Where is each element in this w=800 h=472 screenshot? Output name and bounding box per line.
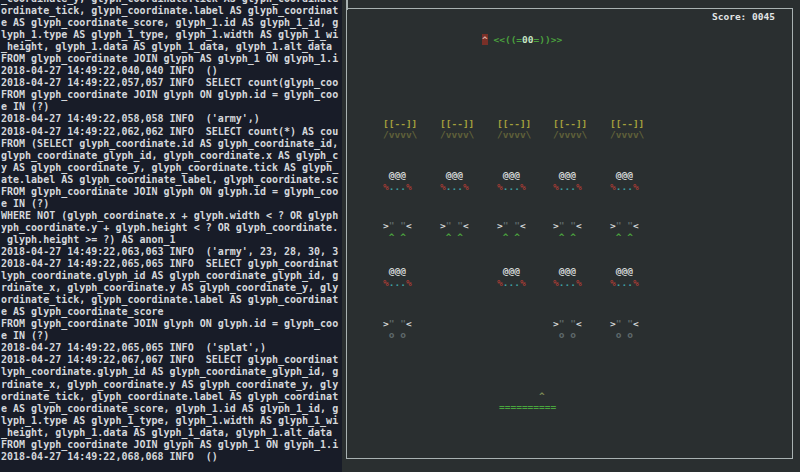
log-line: lyph_1.type AS glyph_1_type, glyph_1.wid… <box>1 29 342 41</box>
log-line: 2018-04-27 14:49:22,063,063 INFO ('army'… <box>1 246 342 258</box>
log-line: rdinate_x, glyph_coordinate.y AS glyph_c… <box>1 282 342 294</box>
enemy-enemy1: [[--]]/vvvv\ <box>610 119 644 141</box>
log-line: lyph_coordinate.glyph_id AS glyph_coordi… <box>1 270 342 282</box>
log-line: FROM glyph_coordinate JOIN glyph ON glyp… <box>1 318 342 330</box>
log-line: ate.label AS glyph_coordinate_label, gly… <box>1 174 342 186</box>
log-line: e IN (?) <box>1 330 342 342</box>
log-line: ordinate_tick, glyph_coordinate.label AS… <box>1 391 342 403</box>
log-line: 2018-04-27 14:49:22,062,062 INFO SELECT … <box>1 126 342 138</box>
log-line: 2018-04-27 14:49:22,067,067 INFO SELECT … <box>1 354 342 366</box>
score-label: Score: 0045 <box>712 11 775 22</box>
log-line: 2018-04-27 14:49:22,065,065 INFO ('splat… <box>1 342 342 354</box>
log-line: e IN (?) <box>1 198 342 210</box>
enemy-enemy2: @@@%...% <box>553 267 582 289</box>
saucer: <<((= <box>493 34 522 45</box>
enemy-enemy1: [[--]]/vvvv\ <box>440 119 474 141</box>
screen: _coordinate_y, glyph_coordinate.tick AS … <box>0 0 800 472</box>
log-line: glyph_coordinate_glyph_id, glyph_coordin… <box>1 150 342 162</box>
saucer-right: =))>> <box>534 34 563 45</box>
log-line: lyph_coordinate.glyph_id AS glyph_coordi… <box>1 366 342 378</box>
saucer-row: ^ <<((=00=))>> <box>482 35 562 46</box>
enemy-enemy3b: >" "< o o <box>610 319 639 341</box>
enemy-enemy2: @@@%...% <box>497 267 526 289</box>
log-line: FROM (SELECT glyph_coordinate.id AS glyp… <box>1 138 342 150</box>
log-line: FROM glyph_coordinate JOIN glyph AS glyp… <box>1 53 342 65</box>
enemy-enemy1: [[--]]/vvvv\ <box>497 119 531 141</box>
sql-log-terminal[interactable]: _coordinate_y, glyph_coordinate.tick AS … <box>0 0 342 472</box>
player-ship: ^========== <box>499 391 556 413</box>
log-line: FROM glyph_coordinate JOIN glyph ON glyp… <box>1 186 342 198</box>
log-line: e AS glyph_coordinate_score <box>1 306 342 318</box>
log-line: WHERE NOT (glyph_coordinate.x + glyph.wi… <box>1 210 342 222</box>
log-line: e AS glyph_coordinate_score, glyph_1.id … <box>1 17 342 29</box>
log-line: lyph_1.type AS glyph_1_type, glyph_1.wid… <box>1 415 342 427</box>
log-line: 2018-04-27 14:49:22,057,057 INFO SELECT … <box>1 77 342 89</box>
enemy-enemy3b: >" "< o o <box>553 319 582 341</box>
enemy-enemy2: @@@%...% <box>497 171 526 193</box>
log-line: glyph.height >= ?) AS anon_1 <box>1 234 342 246</box>
log-line: ordinate_tick, glyph_coordinate.label AS… <box>1 5 342 17</box>
log-line: yph_coordinate.y + glyph.height < ? OR g… <box>1 222 342 234</box>
enemy-enemy3a: >" "< ^ ^ <box>553 221 582 243</box>
enemy-enemy3a: >" "< ^ ^ <box>383 221 412 243</box>
enemy-enemy3a: >" "< ^ ^ <box>497 221 526 243</box>
log-line: FROM glyph_coordinate JOIN glyph ON glyp… <box>1 89 342 101</box>
enemy-enemy2: @@@%...% <box>610 171 639 193</box>
enemy-enemy3a: >" "< ^ ^ <box>610 221 639 243</box>
enemy-enemy2: @@@%...% <box>440 171 469 193</box>
enemy-enemy2: @@@%...% <box>383 171 412 193</box>
log-line: 2018-04-27 14:49:22,040,040 INFO () <box>1 65 342 77</box>
log-line: ordinate_tick, glyph_coordinate.label AS… <box>1 294 342 306</box>
log-line: 2018-04-27 14:49:22,068,068 INFO () <box>1 451 342 463</box>
enemy-enemy3a: >" "< ^ ^ <box>440 221 469 243</box>
log-line: 2018-04-27 14:49:22,065,065 INFO SELECT … <box>1 258 342 270</box>
log-line: 2018-04-27 14:49:22,058,058 INFO ('army'… <box>1 113 342 125</box>
terminal-log: _coordinate_y, glyph_coordinate.tick AS … <box>1 0 342 463</box>
enemy-enemy3b: >" "< o o <box>383 319 412 341</box>
enemy-enemy1: [[--]]/vvvv\ <box>553 119 587 141</box>
log-line: _height, glyph_1.data AS glyph_1_data, g… <box>1 41 342 53</box>
enemy-enemy2: @@@%...% <box>553 171 582 193</box>
enemy-enemy2: @@@%...% <box>383 267 412 289</box>
log-line: e AS glyph_coordinate_score, glyph_1.id … <box>1 403 342 415</box>
log-line: y AS glyph_coordinate_y, glyph_coordinat… <box>1 162 342 174</box>
enemy-enemy1: [[--]]/vvvv\ <box>383 119 417 141</box>
saucer-core: 00 <box>522 34 533 45</box>
log-line: rdinate_x, glyph_coordinate.y AS glyph_c… <box>1 379 342 391</box>
log-line: _height, glyph_1.data AS glyph_1_data, g… <box>1 427 342 439</box>
log-line: FROM glyph_coordinate JOIN glyph AS glyp… <box>1 439 342 451</box>
enemy-enemy2: @@@%...% <box>610 267 639 289</box>
log-line: e IN (?) <box>1 101 342 113</box>
game-terminal[interactable]: Score: 0045 ^ <<((=00=))>> [[--]]/vvvv\[… <box>342 0 800 472</box>
